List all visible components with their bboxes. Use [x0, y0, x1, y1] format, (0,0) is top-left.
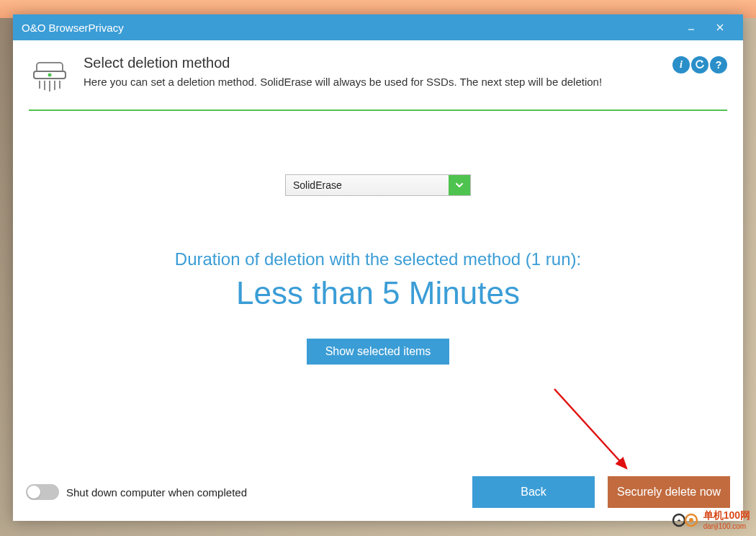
app-window: O&O BrowserPrivacy Select deletion metho… [13, 14, 743, 521]
close-icon [716, 23, 724, 32]
dropdown-selected-value: SolidErase [286, 175, 449, 195]
app-title: O&O BrowserPrivacy [22, 22, 677, 34]
info-icon: i [680, 59, 683, 71]
svg-point-4 [48, 73, 52, 77]
page-header: Select deletion method Here you can set … [13, 40, 743, 110]
shredder-icon [29, 56, 71, 98]
chevron-down-icon [449, 175, 470, 195]
duration-value: Less than 5 Minutes [236, 275, 520, 311]
shutdown-toggle-label: Shut down computer when completed [66, 486, 247, 499]
show-items-button[interactable]: Show selected items [307, 339, 450, 365]
main-content: SolidErase Duration of deletion with the… [13, 111, 743, 470]
minimize-button[interactable] [677, 14, 706, 40]
securely-delete-button[interactable]: Securely delete now [608, 476, 730, 508]
info-button[interactable]: i [672, 56, 690, 73]
help-button[interactable]: ? [710, 56, 727, 73]
titlebar: O&O BrowserPrivacy [13, 14, 743, 40]
page-description: Here you can set a deletion method. Soli… [84, 76, 660, 88]
footer: Shut down computer when completed Back S… [13, 470, 743, 521]
back-button[interactable]: Back [472, 476, 595, 508]
help-icon: ? [716, 59, 722, 71]
page-title: Select deletion method [84, 55, 660, 71]
deletion-method-dropdown[interactable]: SolidErase [285, 174, 471, 196]
refresh-icon [695, 60, 705, 70]
refresh-button[interactable] [691, 56, 708, 73]
shutdown-toggle[interactable] [26, 484, 59, 500]
minimize-icon [687, 23, 696, 32]
close-button[interactable] [706, 14, 734, 40]
duration-label: Duration of deletion with the selected m… [175, 249, 581, 269]
